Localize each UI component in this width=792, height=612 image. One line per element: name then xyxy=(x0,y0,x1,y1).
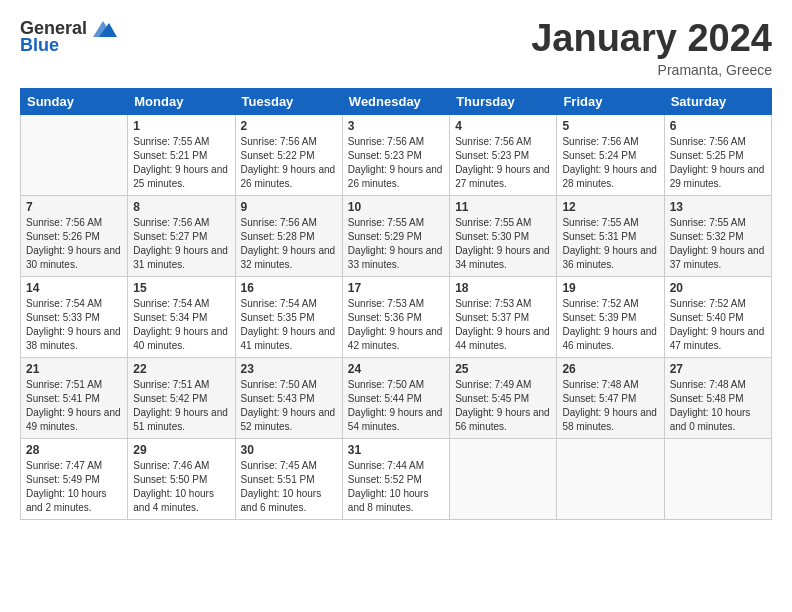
day-cell: 3Sunrise: 7:56 AMSunset: 5:23 PMDaylight… xyxy=(342,114,449,195)
day-cell: 26Sunrise: 7:48 AMSunset: 5:47 PMDayligh… xyxy=(557,357,664,438)
day-cell: 14Sunrise: 7:54 AMSunset: 5:33 PMDayligh… xyxy=(21,276,128,357)
day-cell xyxy=(664,438,771,519)
day-number: 24 xyxy=(348,362,444,376)
day-info: Sunrise: 7:55 AMSunset: 5:32 PMDaylight:… xyxy=(670,216,766,272)
day-info: Sunrise: 7:50 AMSunset: 5:44 PMDaylight:… xyxy=(348,378,444,434)
day-info: Sunrise: 7:56 AMSunset: 5:27 PMDaylight:… xyxy=(133,216,229,272)
day-info: Sunrise: 7:56 AMSunset: 5:26 PMDaylight:… xyxy=(26,216,122,272)
day-info: Sunrise: 7:52 AMSunset: 5:40 PMDaylight:… xyxy=(670,297,766,353)
day-number: 27 xyxy=(670,362,766,376)
day-cell: 29Sunrise: 7:46 AMSunset: 5:50 PMDayligh… xyxy=(128,438,235,519)
day-info: Sunrise: 7:51 AMSunset: 5:42 PMDaylight:… xyxy=(133,378,229,434)
day-number: 26 xyxy=(562,362,658,376)
day-info: Sunrise: 7:49 AMSunset: 5:45 PMDaylight:… xyxy=(455,378,551,434)
day-header-thursday: Thursday xyxy=(450,88,557,114)
day-info: Sunrise: 7:53 AMSunset: 5:37 PMDaylight:… xyxy=(455,297,551,353)
day-number: 30 xyxy=(241,443,337,457)
day-header-tuesday: Tuesday xyxy=(235,88,342,114)
day-number: 21 xyxy=(26,362,122,376)
day-cell: 15Sunrise: 7:54 AMSunset: 5:34 PMDayligh… xyxy=(128,276,235,357)
week-row-1: 1Sunrise: 7:55 AMSunset: 5:21 PMDaylight… xyxy=(21,114,772,195)
header: General Blue January 2024 Pramanta, Gree… xyxy=(20,18,772,78)
day-number: 10 xyxy=(348,200,444,214)
day-cell: 10Sunrise: 7:55 AMSunset: 5:29 PMDayligh… xyxy=(342,195,449,276)
day-info: Sunrise: 7:56 AMSunset: 5:28 PMDaylight:… xyxy=(241,216,337,272)
day-info: Sunrise: 7:54 AMSunset: 5:33 PMDaylight:… xyxy=(26,297,122,353)
day-number: 9 xyxy=(241,200,337,214)
day-info: Sunrise: 7:51 AMSunset: 5:41 PMDaylight:… xyxy=(26,378,122,434)
day-cell: 18Sunrise: 7:53 AMSunset: 5:37 PMDayligh… xyxy=(450,276,557,357)
day-cell: 28Sunrise: 7:47 AMSunset: 5:49 PMDayligh… xyxy=(21,438,128,519)
day-cell: 21Sunrise: 7:51 AMSunset: 5:41 PMDayligh… xyxy=(21,357,128,438)
day-cell: 6Sunrise: 7:56 AMSunset: 5:25 PMDaylight… xyxy=(664,114,771,195)
day-header-saturday: Saturday xyxy=(664,88,771,114)
day-number: 6 xyxy=(670,119,766,133)
day-number: 28 xyxy=(26,443,122,457)
logo-icon xyxy=(89,19,117,39)
day-info: Sunrise: 7:55 AMSunset: 5:31 PMDaylight:… xyxy=(562,216,658,272)
day-number: 25 xyxy=(455,362,551,376)
day-cell: 7Sunrise: 7:56 AMSunset: 5:26 PMDaylight… xyxy=(21,195,128,276)
logo: General Blue xyxy=(20,18,117,56)
title-block: January 2024 Pramanta, Greece xyxy=(531,18,772,78)
day-cell: 12Sunrise: 7:55 AMSunset: 5:31 PMDayligh… xyxy=(557,195,664,276)
day-number: 15 xyxy=(133,281,229,295)
day-number: 17 xyxy=(348,281,444,295)
day-info: Sunrise: 7:56 AMSunset: 5:22 PMDaylight:… xyxy=(241,135,337,191)
day-cell: 11Sunrise: 7:55 AMSunset: 5:30 PMDayligh… xyxy=(450,195,557,276)
month-title: January 2024 xyxy=(531,18,772,60)
day-cell: 24Sunrise: 7:50 AMSunset: 5:44 PMDayligh… xyxy=(342,357,449,438)
day-cell: 22Sunrise: 7:51 AMSunset: 5:42 PMDayligh… xyxy=(128,357,235,438)
day-cell: 5Sunrise: 7:56 AMSunset: 5:24 PMDaylight… xyxy=(557,114,664,195)
day-info: Sunrise: 7:54 AMSunset: 5:35 PMDaylight:… xyxy=(241,297,337,353)
day-cell: 8Sunrise: 7:56 AMSunset: 5:27 PMDaylight… xyxy=(128,195,235,276)
day-cell: 23Sunrise: 7:50 AMSunset: 5:43 PMDayligh… xyxy=(235,357,342,438)
day-number: 13 xyxy=(670,200,766,214)
day-info: Sunrise: 7:56 AMSunset: 5:23 PMDaylight:… xyxy=(455,135,551,191)
day-info: Sunrise: 7:48 AMSunset: 5:48 PMDaylight:… xyxy=(670,378,766,434)
week-row-5: 28Sunrise: 7:47 AMSunset: 5:49 PMDayligh… xyxy=(21,438,772,519)
day-cell xyxy=(557,438,664,519)
day-number: 14 xyxy=(26,281,122,295)
day-number: 11 xyxy=(455,200,551,214)
day-number: 4 xyxy=(455,119,551,133)
day-header-monday: Monday xyxy=(128,88,235,114)
day-info: Sunrise: 7:56 AMSunset: 5:23 PMDaylight:… xyxy=(348,135,444,191)
header-row: SundayMondayTuesdayWednesdayThursdayFrid… xyxy=(21,88,772,114)
day-info: Sunrise: 7:45 AMSunset: 5:51 PMDaylight:… xyxy=(241,459,337,515)
day-info: Sunrise: 7:56 AMSunset: 5:24 PMDaylight:… xyxy=(562,135,658,191)
day-info: Sunrise: 7:47 AMSunset: 5:49 PMDaylight:… xyxy=(26,459,122,515)
day-info: Sunrise: 7:56 AMSunset: 5:25 PMDaylight:… xyxy=(670,135,766,191)
day-cell: 20Sunrise: 7:52 AMSunset: 5:40 PMDayligh… xyxy=(664,276,771,357)
day-cell xyxy=(450,438,557,519)
day-number: 1 xyxy=(133,119,229,133)
subtitle: Pramanta, Greece xyxy=(531,62,772,78)
day-number: 7 xyxy=(26,200,122,214)
logo-blue: Blue xyxy=(20,35,59,56)
day-number: 16 xyxy=(241,281,337,295)
day-number: 19 xyxy=(562,281,658,295)
day-cell: 2Sunrise: 7:56 AMSunset: 5:22 PMDaylight… xyxy=(235,114,342,195)
day-cell: 25Sunrise: 7:49 AMSunset: 5:45 PMDayligh… xyxy=(450,357,557,438)
day-cell: 19Sunrise: 7:52 AMSunset: 5:39 PMDayligh… xyxy=(557,276,664,357)
day-info: Sunrise: 7:50 AMSunset: 5:43 PMDaylight:… xyxy=(241,378,337,434)
day-cell: 27Sunrise: 7:48 AMSunset: 5:48 PMDayligh… xyxy=(664,357,771,438)
day-number: 8 xyxy=(133,200,229,214)
day-header-wednesday: Wednesday xyxy=(342,88,449,114)
day-header-sunday: Sunday xyxy=(21,88,128,114)
day-cell: 4Sunrise: 7:56 AMSunset: 5:23 PMDaylight… xyxy=(450,114,557,195)
day-info: Sunrise: 7:55 AMSunset: 5:21 PMDaylight:… xyxy=(133,135,229,191)
day-header-friday: Friday xyxy=(557,88,664,114)
day-info: Sunrise: 7:46 AMSunset: 5:50 PMDaylight:… xyxy=(133,459,229,515)
day-info: Sunrise: 7:48 AMSunset: 5:47 PMDaylight:… xyxy=(562,378,658,434)
week-row-2: 7Sunrise: 7:56 AMSunset: 5:26 PMDaylight… xyxy=(21,195,772,276)
week-row-4: 21Sunrise: 7:51 AMSunset: 5:41 PMDayligh… xyxy=(21,357,772,438)
day-cell: 9Sunrise: 7:56 AMSunset: 5:28 PMDaylight… xyxy=(235,195,342,276)
day-info: Sunrise: 7:54 AMSunset: 5:34 PMDaylight:… xyxy=(133,297,229,353)
day-number: 22 xyxy=(133,362,229,376)
day-cell: 1Sunrise: 7:55 AMSunset: 5:21 PMDaylight… xyxy=(128,114,235,195)
day-cell xyxy=(21,114,128,195)
day-number: 5 xyxy=(562,119,658,133)
day-number: 12 xyxy=(562,200,658,214)
day-number: 18 xyxy=(455,281,551,295)
